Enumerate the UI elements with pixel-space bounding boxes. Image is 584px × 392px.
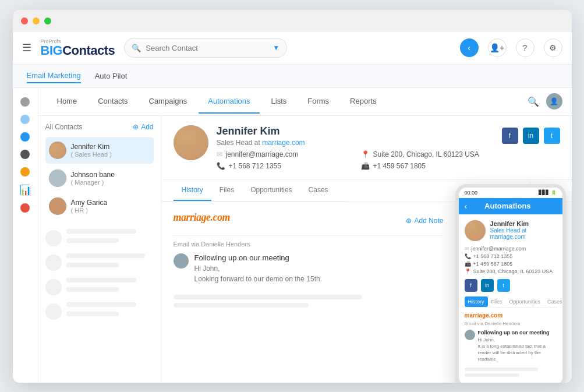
search-dropdown-icon[interactable]: ▼	[272, 44, 279, 52]
dot-dark	[20, 150, 30, 159]
contact-item-johnson[interactable]: Johnson bane ( Manager )	[45, 165, 154, 192]
mobile-back-button[interactable]: ‹	[465, 202, 468, 211]
search-bar: 🔍 ▼	[124, 38, 287, 58]
contact-item-jennifer[interactable]: Jennifer Kim ( Sales Head )	[45, 137, 154, 164]
mobile-sender-avatar	[465, 330, 475, 340]
mobile-time: 00:00	[465, 190, 478, 196]
sub-tab-opportunities[interactable]: Opportunities	[242, 180, 300, 201]
settings-icon[interactable]: ⚙	[544, 38, 562, 57]
tab-home[interactable]: Home	[48, 90, 87, 114]
contact-full-name: Jennifer Kim	[217, 125, 494, 137]
tab-forms[interactable]: Forms	[298, 90, 338, 114]
mobile-contact-info: Jennifer Kim Sales Head at marriage.com	[490, 220, 557, 240]
dot-gray	[20, 97, 30, 107]
help-icon[interactable]: ?	[516, 38, 535, 57]
mobile-phone-icon: 📞	[465, 253, 471, 259]
mobile-fax-icon: 📠	[465, 261, 471, 267]
sub-tab-files[interactable]: Files	[211, 180, 242, 201]
add-contact-icon[interactable]: 👤+	[488, 38, 507, 57]
titlebar	[13, 10, 572, 32]
email-sender-avatar	[174, 253, 189, 269]
minimize-button[interactable]	[33, 17, 40, 24]
mobile-tab-history[interactable]: History	[465, 296, 488, 307]
sub-tab-history[interactable]: History	[174, 180, 211, 201]
mobile-contact-header: Jennifer Kim Sales Head at marriage.com	[465, 220, 557, 241]
history-skeleton	[174, 295, 444, 308]
contact-info-johnson: Johnson bane ( Manager )	[71, 171, 150, 186]
mobile-email-detail: ✉ jennifer@marriage.com	[465, 246, 557, 252]
dot-light-blue	[20, 115, 30, 124]
search-input[interactable]	[146, 44, 268, 52]
skeleton-list	[45, 229, 154, 321]
nav-search-icon[interactable]: 🔍	[528, 96, 539, 107]
contact-avatar-jennifer	[49, 142, 66, 159]
contact-info-amy: Amy Garica ( HR )	[71, 199, 150, 214]
maximize-button[interactable]	[44, 17, 51, 24]
mobile-social-icons: f in t	[465, 279, 557, 292]
sub-tab-cases[interactable]: Cases	[300, 180, 337, 201]
main-area: 📊 Home Contacts Campaigns Automations Li…	[13, 88, 572, 383]
app-window: ☰ ProProfs BIGContacts 🔍 ▼ ‹ 👤+ ? ⚙ Emai…	[13, 10, 572, 383]
contact-role-jennifer: ( Sales Head )	[71, 151, 150, 158]
contact-photo	[174, 125, 208, 160]
mobile-mockup: 00:00 ▊▊▊ 🔋 ‹ Automations Jennifer Kim S…	[455, 184, 566, 383]
mobile-avatar	[465, 220, 486, 241]
mobile-contact-role: Sales Head at marriage.com	[490, 227, 557, 240]
email-subject: Following up on our meeting	[194, 253, 444, 262]
tab-campaigns[interactable]: Campaigns	[140, 90, 197, 114]
topbar-icons: ‹ 👤+ ? ⚙	[460, 38, 562, 57]
tab-reports[interactable]: Reports	[341, 90, 386, 114]
subnav-auto-pilot[interactable]: Auto Pilot	[95, 69, 128, 83]
contact-avatar-johnson	[49, 169, 66, 187]
add-note-button[interactable]: ⊕ Add Note	[406, 217, 443, 225]
tab-automations[interactable]: Automations	[199, 90, 259, 114]
contacts-panel: All Contacts ⊕ Add Jennifer Kim ( Sales …	[38, 116, 161, 383]
mobile-tab-cases[interactable]: Cases	[544, 296, 565, 307]
mobile-company-logo: marriage.com	[465, 312, 557, 319]
close-button[interactable]	[21, 17, 28, 24]
history-content: marriage.com ⊕ Add Note Email via Daniel…	[162, 202, 455, 383]
mobile-tab-files[interactable]: Files	[488, 296, 506, 307]
logo-big-highlight: BIG	[41, 43, 63, 58]
logo: ProProfs BIGContacts	[41, 39, 115, 57]
subnav: Email Marketing Auto Pilot	[13, 65, 572, 88]
contact-name-amy: Amy Garica	[71, 199, 150, 207]
company-link[interactable]: marriage.com	[262, 139, 305, 147]
mobile-location-icon: 📍	[465, 269, 471, 274]
phone-icon: 📞	[217, 162, 225, 170]
nav-avatar: 👤	[546, 93, 562, 110]
mobile-email-icon: ✉	[465, 246, 469, 252]
add-contact-button[interactable]: ⊕ Add	[133, 123, 153, 131]
hamburger-icon[interactable]: ☰	[22, 41, 31, 54]
mobile-skeleton-area	[465, 368, 557, 377]
facebook-button[interactable]: f	[502, 128, 518, 144]
mobile-twitter-button[interactable]: t	[497, 279, 510, 292]
contact-title-line: Sales Head at marriage.com	[217, 139, 494, 147]
linkedin-button[interactable]: in	[523, 128, 539, 144]
mobile-linkedin-button[interactable]: in	[481, 279, 494, 292]
mobile-skeleton-1	[465, 368, 538, 371]
tab-contacts[interactable]: Contacts	[89, 90, 137, 114]
contacts-title: All Contacts	[45, 123, 83, 131]
contact-address: 📍 Suite 200, Chicago, IL 60123 USA	[361, 150, 494, 158]
contact-fax: 📠 +1 459 567 1805	[361, 162, 494, 170]
add-note-icon: ⊕	[406, 217, 412, 225]
mobile-tab-opportunities[interactable]: Opportunities	[506, 296, 544, 307]
contact-phone: 📞 +1 568 712 1355	[217, 162, 349, 170]
mobile-email-body-1: Hi John,	[478, 337, 557, 343]
fax-icon: 📠	[361, 162, 370, 170]
mobile-wifi-icon: ▊▊▊	[539, 190, 549, 195]
email-greeting: Hi John,	[194, 264, 444, 273]
mobile-facebook-button[interactable]: f	[465, 279, 477, 292]
tab-lists[interactable]: Lists	[262, 90, 296, 114]
email-body: Following up on our meeting Hi John, Loo…	[194, 253, 444, 283]
mobile-address-detail: 📍 Suite 200, Chicago, IL 60123 USA	[465, 269, 557, 274]
contact-info-jennifer: Jennifer Kim ( Sales Head )	[71, 143, 150, 158]
twitter-button[interactable]: t	[544, 128, 560, 144]
email-via: Email via Danielle Henders	[174, 241, 444, 248]
add-circle-icon: ⊕	[133, 123, 139, 131]
back-button[interactable]: ‹	[460, 38, 479, 57]
subnav-email-marketing[interactable]: Email Marketing	[27, 69, 81, 83]
sub-tabs: History Files Opportunities Cases	[162, 180, 348, 202]
contact-item-amy[interactable]: Amy Garica ( HR )	[45, 193, 154, 220]
